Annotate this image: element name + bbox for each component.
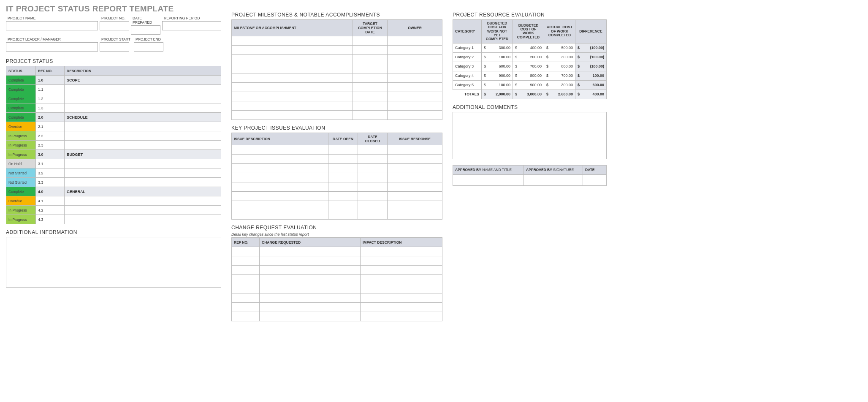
issue-row-cell[interactable]: [358, 182, 388, 192]
issue-row-cell[interactable]: [232, 155, 328, 164]
change-row-cell[interactable]: [232, 303, 260, 312]
desc-cell[interactable]: [65, 122, 221, 131]
change-row-cell[interactable]: [361, 312, 442, 321]
status-cell[interactable]: Not Started: [6, 168, 36, 178]
desc-cell[interactable]: [65, 141, 221, 150]
desc-cell[interactable]: BUDGET: [65, 150, 221, 159]
change-row-cell[interactable]: [260, 284, 361, 293]
desc-cell[interactable]: [65, 159, 221, 168]
desc-cell[interactable]: SCHEDULE: [65, 113, 221, 122]
input-reporting-period[interactable]: [162, 21, 221, 30]
status-cell[interactable]: In Progress: [6, 141, 36, 150]
status-cell[interactable]: Overdue: [6, 196, 36, 206]
issue-row-cell[interactable]: [232, 201, 328, 210]
desc-cell[interactable]: [65, 206, 221, 215]
issue-row-cell[interactable]: [358, 164, 388, 173]
change-row-cell[interactable]: [361, 266, 442, 275]
input-project-leader[interactable]: [6, 42, 98, 52]
milestone-row-cell[interactable]: [388, 64, 442, 73]
change-row-cell[interactable]: [260, 312, 361, 321]
change-row-cell[interactable]: [232, 256, 260, 266]
milestone-row-cell[interactable]: [232, 101, 353, 111]
milestone-row-cell[interactable]: [232, 46, 353, 55]
issue-row-cell[interactable]: [232, 210, 328, 220]
issue-row-cell[interactable]: [358, 155, 388, 164]
input-approved-date[interactable]: [583, 174, 607, 185]
desc-cell[interactable]: [65, 85, 221, 94]
status-cell[interactable]: Complete: [6, 113, 36, 122]
issue-row-cell[interactable]: [232, 182, 328, 192]
milestone-row-cell[interactable]: [232, 55, 353, 64]
issue-row-cell[interactable]: [328, 155, 358, 164]
issue-row-cell[interactable]: [232, 192, 328, 201]
change-row-cell[interactable]: [232, 312, 260, 321]
issue-row-cell[interactable]: [388, 173, 442, 182]
input-project-no[interactable]: [100, 21, 129, 30]
milestone-row-cell[interactable]: [353, 73, 388, 83]
issue-row-cell[interactable]: [388, 192, 442, 201]
milestone-row-cell[interactable]: [232, 73, 353, 83]
input-approved-sig[interactable]: [524, 174, 583, 185]
change-row-cell[interactable]: [232, 284, 260, 293]
issue-row-cell[interactable]: [328, 145, 358, 155]
issue-row-cell[interactable]: [232, 164, 328, 173]
desc-cell[interactable]: SCOPE: [65, 76, 221, 85]
milestone-row-cell[interactable]: [388, 46, 442, 55]
change-row-cell[interactable]: [260, 303, 361, 312]
issue-row-cell[interactable]: [358, 173, 388, 182]
input-date-prepared[interactable]: [131, 25, 160, 35]
change-row-cell[interactable]: [260, 275, 361, 284]
status-cell[interactable]: Complete: [6, 76, 36, 85]
textarea-additional-info[interactable]: [6, 237, 221, 288]
change-row-cell[interactable]: [361, 293, 442, 303]
status-cell[interactable]: Not Started: [6, 178, 36, 187]
change-row-cell[interactable]: [260, 293, 361, 303]
desc-cell[interactable]: [65, 178, 221, 187]
desc-cell[interactable]: [65, 131, 221, 141]
status-cell[interactable]: In Progress: [6, 150, 36, 159]
change-row-cell[interactable]: [232, 247, 260, 256]
milestone-row-cell[interactable]: [353, 92, 388, 101]
change-row-cell[interactable]: [361, 256, 442, 266]
change-row-cell[interactable]: [260, 266, 361, 275]
textarea-comments[interactable]: [453, 112, 607, 159]
input-project-end[interactable]: [134, 42, 163, 52]
change-row-cell[interactable]: [361, 247, 442, 256]
change-row-cell[interactable]: [361, 275, 442, 284]
milestone-row-cell[interactable]: [353, 83, 388, 92]
milestone-row-cell[interactable]: [232, 36, 353, 46]
status-cell[interactable]: Complete: [6, 94, 36, 103]
milestone-row-cell[interactable]: [388, 36, 442, 46]
issue-row-cell[interactable]: [388, 164, 442, 173]
change-row-cell[interactable]: [232, 266, 260, 275]
status-cell[interactable]: In Progress: [6, 206, 36, 215]
milestone-row-cell[interactable]: [353, 111, 388, 120]
input-project-name[interactable]: [6, 21, 98, 30]
milestone-row-cell[interactable]: [388, 111, 442, 120]
milestone-row-cell[interactable]: [388, 92, 442, 101]
issue-row-cell[interactable]: [388, 182, 442, 192]
milestone-row-cell[interactable]: [388, 73, 442, 83]
issue-row-cell[interactable]: [388, 201, 442, 210]
input-project-start[interactable]: [100, 42, 129, 52]
issue-row-cell[interactable]: [328, 182, 358, 192]
issue-row-cell[interactable]: [358, 210, 388, 220]
issue-row-cell[interactable]: [388, 210, 442, 220]
milestone-row-cell[interactable]: [388, 55, 442, 64]
milestone-row-cell[interactable]: [232, 83, 353, 92]
milestone-row-cell[interactable]: [353, 55, 388, 64]
issue-row-cell[interactable]: [328, 164, 358, 173]
status-cell[interactable]: Complete: [6, 187, 36, 196]
issue-row-cell[interactable]: [328, 173, 358, 182]
issue-row-cell[interactable]: [388, 145, 442, 155]
issue-row-cell[interactable]: [328, 201, 358, 210]
issue-row-cell[interactable]: [358, 192, 388, 201]
desc-cell[interactable]: [65, 103, 221, 113]
desc-cell[interactable]: [65, 168, 221, 178]
milestone-row-cell[interactable]: [388, 83, 442, 92]
status-cell[interactable]: Complete: [6, 85, 36, 94]
milestone-row-cell[interactable]: [353, 64, 388, 73]
desc-cell[interactable]: [65, 94, 221, 103]
issue-row-cell[interactable]: [358, 201, 388, 210]
change-row-cell[interactable]: [260, 247, 361, 256]
